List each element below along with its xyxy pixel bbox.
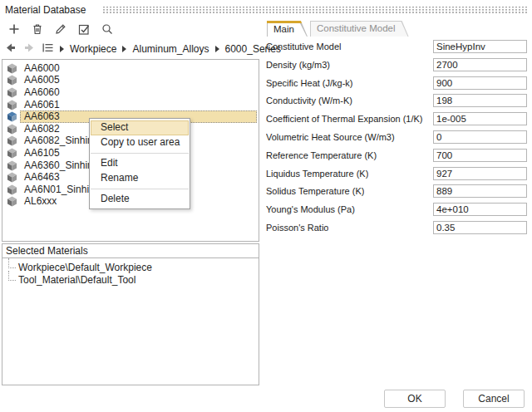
- material-cube-icon: [7, 63, 17, 74]
- context-menu-item-label: Edit: [101, 157, 118, 169]
- search-icon: [101, 22, 114, 38]
- list-tree-icon: [42, 42, 54, 56]
- arrow-left-icon: [5, 42, 17, 56]
- property-input[interactable]: [433, 76, 527, 90]
- material-cube-icon: [7, 111, 17, 122]
- pencil-icon: [54, 22, 67, 38]
- context-menu-item: [91, 189, 189, 189]
- property-tabs: Main Constitutive Model: [267, 21, 409, 37]
- property-row: Conductivity (W/m-K): [266, 94, 529, 107]
- property-input[interactable]: [433, 130, 527, 144]
- property-input[interactable]: [433, 58, 527, 71]
- property-input[interactable]: [433, 167, 527, 180]
- edit-button[interactable]: [53, 22, 68, 37]
- property-input[interactable]: [433, 94, 527, 107]
- material-list-item[interactable]: AA6000: [2, 62, 259, 75]
- breadcrumb-item[interactable]: Workpiece: [70, 43, 116, 55]
- context-menu-item[interactable]: Select: [91, 120, 189, 135]
- property-tab[interactable]: Main: [267, 21, 308, 37]
- property-label: Specific Heat (J/kg-k): [266, 78, 353, 88]
- property-row: Solidus Temperature (K): [266, 184, 529, 198]
- cancel-button[interactable]: Cancel: [463, 390, 525, 408]
- property-tab[interactable]: Constitutive Model: [310, 21, 409, 37]
- property-row: Specific Heat (J/kg-k): [266, 76, 529, 90]
- property-input[interactable]: [433, 203, 527, 216]
- tree-view-button[interactable]: [42, 43, 54, 55]
- property-label: Constitutive Model: [266, 42, 342, 52]
- context-menu-item-label: Select: [101, 121, 128, 133]
- ok-button[interactable]: OK: [384, 390, 446, 408]
- material-name: AA6061: [20, 99, 259, 111]
- property-row: Reference Temperature (K): [266, 149, 529, 162]
- property-input[interactable]: [433, 40, 527, 53]
- property-label: Reference Temperature (K): [266, 150, 377, 160]
- material-list-item[interactable]: AA6061: [2, 99, 259, 111]
- toolbar: [7, 22, 115, 37]
- material-list-item[interactable]: AA6005: [2, 75, 259, 87]
- selected-materials-header: Selected Materials: [2, 244, 259, 258]
- material-cube-icon: [7, 135, 17, 146]
- property-input[interactable]: [433, 149, 527, 162]
- property-input[interactable]: [433, 112, 527, 125]
- context-menu-item: [91, 153, 189, 154]
- checkbox-check-icon: [77, 22, 91, 38]
- property-input[interactable]: [433, 184, 527, 198]
- selected-material-item[interactable]: Workpiece\Default_Workpiece: [2, 262, 259, 274]
- selected-materials-tree: Workpiece\Default_Workpiece Tool_Materia…: [2, 258, 259, 287]
- property-label: Young's Modulus (Pa): [266, 204, 355, 214]
- trash-icon: [31, 22, 44, 38]
- material-cube-icon: [7, 184, 17, 195]
- context-menu-item[interactable]: Edit: [90, 156, 190, 171]
- material-cube-icon: [7, 87, 17, 98]
- selected-material-label: Workpiece\Default_Workpiece: [18, 262, 152, 273]
- property-label: Volumetric Heat Source (W/m3): [266, 132, 395, 142]
- drag-handle[interactable]: [102, 6, 528, 13]
- property-row: Poisson's Ratio: [266, 221, 529, 234]
- selected-material-item[interactable]: Tool_Material\Default_Tool: [2, 274, 259, 287]
- selected-material-label: Tool_Material\Default_Tool: [18, 274, 135, 286]
- property-row: Young's Modulus (Pa): [266, 203, 529, 216]
- breadcrumb-separator-icon: [215, 46, 219, 52]
- material-cube-icon: [7, 75, 17, 86]
- property-form: Constitutive Model Density (kg/m3) Speci…: [266, 40, 529, 239]
- property-row: Coefficient of Thermal Expansion (1/K): [266, 112, 529, 125]
- property-label: Solidus Temperature (K): [266, 186, 364, 196]
- property-label: Coefficient of Thermal Expansion (1/K): [266, 114, 423, 124]
- material-cube-icon: [7, 148, 17, 159]
- property-row: Constitutive Model: [266, 40, 529, 53]
- delete-button[interactable]: [30, 22, 45, 37]
- material-list-item[interactable]: AA6060: [2, 86, 259, 99]
- property-row: Density (kg/m3): [266, 58, 529, 71]
- search-button[interactable]: [100, 22, 115, 37]
- property-label: Density (kg/m3): [266, 60, 330, 70]
- breadcrumb-separator-icon: [122, 46, 126, 52]
- context-menu-item[interactable]: Rename: [90, 171, 190, 186]
- context-menu-item-label: Delete: [101, 193, 130, 204]
- property-label: Liquidus Temperature (K): [266, 169, 368, 179]
- breadcrumb-item[interactable]: Aluminum_Alloys: [132, 43, 209, 55]
- property-row: Liquidus Temperature (K): [266, 167, 529, 180]
- breadcrumb: Workpiece Aluminum_Alloys 6000_Series: [5, 42, 281, 56]
- back-button[interactable]: [5, 43, 17, 55]
- context-menu-item[interactable]: Copy to user area: [90, 135, 190, 150]
- material-cube-icon: [7, 100, 17, 110]
- material-cube-icon: [7, 160, 17, 171]
- selected-materials-panel: Selected Materials Workpiece\Default_Wor…: [2, 243, 259, 385]
- tab-label: Main: [267, 21, 308, 34]
- forward-button[interactable]: [23, 43, 36, 55]
- material-name: AA6060: [20, 86, 259, 99]
- context-menu: Select Copy to user area Edit Rename Del…: [89, 118, 190, 209]
- add-button[interactable]: [7, 22, 22, 37]
- property-label: Conductivity (W/m-K): [266, 96, 352, 105]
- select-check-button[interactable]: [76, 22, 91, 37]
- context-menu-item[interactable]: Delete: [90, 192, 190, 207]
- material-name: AA6000: [20, 62, 259, 75]
- material-cube-icon: [7, 124, 17, 135]
- material-cube-icon: [7, 172, 17, 183]
- tab-label: Constitutive Model: [310, 21, 409, 33]
- material-cube-icon: [7, 196, 17, 207]
- context-menu-item-label: Rename: [101, 172, 138, 184]
- property-row: Volumetric Heat Source (W/m3): [266, 130, 529, 144]
- arrow-right-icon: [23, 42, 35, 56]
- property-input[interactable]: [433, 221, 527, 234]
